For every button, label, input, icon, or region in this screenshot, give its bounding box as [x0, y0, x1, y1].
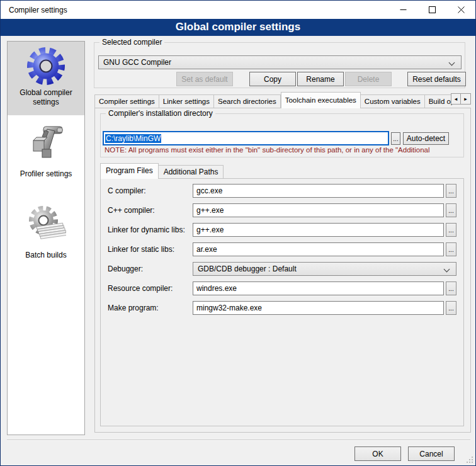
install-dir-input[interactable]: C:\raylib\MinGW	[103, 131, 389, 145]
sidebar-item-profiler-settings[interactable]: Profiler settings	[8, 115, 84, 179]
group-label: Selected compiler	[99, 38, 164, 47]
close-icon	[458, 6, 465, 13]
field-label: Debugger:	[108, 262, 143, 276]
minimize-icon	[400, 6, 407, 13]
form-row-cpp-compiler: C++ compiler: ...	[101, 203, 463, 217]
install-dir-browse-button[interactable]: ...	[391, 132, 400, 145]
tab-additional-paths[interactable]: Additional Paths	[159, 165, 224, 179]
reset-defaults-button[interactable]: Reset defaults	[407, 72, 466, 86]
tab-custom-variables[interactable]: Custom variables	[361, 94, 425, 108]
footer-separator	[7, 440, 470, 441]
linker-dynamic-browse-button[interactable]: ...	[446, 223, 456, 237]
resize-grip[interactable]	[466, 456, 473, 463]
form-row-debugger: Debugger: GDB/CDB debugger : Default	[101, 262, 463, 276]
form-row-c-compiler: C compiler: ...	[101, 184, 463, 198]
dialog-header: Global compiler settings	[1, 19, 475, 36]
tab-linker-settings[interactable]: Linker settings	[159, 94, 214, 108]
form-row-make-program: Make program: ...	[101, 301, 463, 315]
rename-button[interactable]: Rename	[297, 72, 344, 86]
cpp-compiler-input[interactable]	[193, 203, 444, 217]
group-label: Compiler's installation directory	[106, 109, 215, 118]
left-arrow-icon: ◂	[455, 96, 458, 102]
right-arrow-icon: ▸	[464, 96, 467, 102]
field-label: Linker for dynamic libs:	[108, 223, 185, 237]
linker-static-input[interactable]	[193, 242, 444, 256]
selected-compiler-group: Selected compiler GNU GCC Compiler Set a…	[94, 42, 465, 88]
field-label: C++ compiler:	[108, 203, 155, 217]
installation-directory-group: Compiler's installation directory C:\ray…	[100, 113, 464, 157]
c-compiler-input[interactable]	[193, 184, 444, 198]
form-row-linker-dynamic: Linker for dynamic libs: ...	[101, 223, 463, 237]
tab-build-options[interactable]: Build options	[425, 94, 455, 108]
tab-scroll-arrows: ◂ ▸	[451, 93, 471, 105]
selected-compiler-value: GNU GCC Compiler	[103, 58, 171, 67]
close-button[interactable]	[446, 1, 475, 19]
sidebar-item-label: Global compiler settings	[8, 88, 84, 107]
debugger-value: GDB/CDB debugger : Default	[198, 264, 297, 273]
sidebar-item-label: Profiler settings	[20, 169, 72, 179]
resource-compiler-browse-button[interactable]: ...	[446, 281, 456, 295]
maximize-button[interactable]	[417, 1, 446, 19]
delete-button[interactable]: Delete	[345, 72, 392, 86]
sidebar-item-batch-builds[interactable]: Batch builds	[8, 179, 84, 260]
field-label: Linker for static libs:	[108, 242, 174, 256]
copy-button[interactable]: Copy	[249, 72, 296, 86]
gear-blue-icon	[26, 46, 66, 86]
tab-toolchain-executables[interactable]: Toolchain executables	[281, 92, 361, 108]
settings-tabstrip: Compiler settings Linker settings Search…	[94, 92, 455, 108]
auto-detect-button[interactable]: Auto-detect	[403, 132, 449, 145]
field-label: C compiler:	[108, 184, 146, 198]
toolchain-executables-page: Compiler's installation directory C:\ray…	[94, 108, 471, 433]
window-controls	[388, 1, 475, 19]
field-label: Resource compiler:	[108, 281, 173, 295]
sidebar-item-global-compiler-settings[interactable]: Global compiler settings	[8, 42, 84, 115]
make-program-browse-button[interactable]: ...	[446, 301, 456, 315]
maximize-icon	[429, 6, 436, 13]
tab-scroll-left-button[interactable]: ◂	[451, 93, 461, 105]
window-title: Compiler settings	[9, 6, 67, 14]
tab-search-directories[interactable]: Search directories	[214, 94, 281, 108]
settings-category-list: Global compiler settings Pro	[7, 41, 85, 435]
linker-dynamic-input[interactable]	[193, 223, 444, 237]
ok-button[interactable]: OK	[354, 446, 401, 461]
program-files-page: C compiler: ... C++ compiler: ... Linker…	[100, 178, 464, 426]
profiler-caliper-icon	[26, 122, 66, 162]
selected-compiler-combobox[interactable]: GNU GCC Compiler	[98, 55, 462, 69]
debugger-combobox[interactable]: GDB/CDB debugger : Default	[193, 262, 456, 276]
compiler-settings-dialog: Compiler settings Global compiler settin…	[0, 0, 476, 466]
titlebar: Compiler settings	[1, 1, 475, 19]
tab-scroll-right-button[interactable]: ▸	[461, 93, 471, 105]
chevron-down-icon	[449, 60, 455, 66]
batch-builds-icon	[26, 204, 66, 244]
cpp-compiler-browse-button[interactable]: ...	[446, 203, 456, 217]
minimize-button[interactable]	[388, 1, 417, 19]
set-as-default-button[interactable]: Set as default	[176, 72, 233, 86]
sidebar-item-label: Batch builds	[25, 251, 66, 260]
tab-compiler-settings[interactable]: Compiler settings	[94, 94, 159, 108]
field-label: Make program:	[108, 301, 159, 315]
c-compiler-browse-button[interactable]: ...	[446, 184, 456, 198]
linker-static-browse-button[interactable]: ...	[446, 242, 456, 256]
resource-compiler-input[interactable]	[193, 281, 444, 295]
install-dir-value: C:\raylib\MinGW	[105, 134, 161, 143]
tab-program-files[interactable]: Program Files	[100, 163, 159, 179]
form-row-linker-static: Linker for static libs: ...	[101, 242, 463, 256]
note-text: NOTE: All programs must exist either in …	[105, 146, 461, 154]
chevron-down-icon	[444, 266, 450, 273]
form-row-resource-compiler: Resource compiler: ...	[101, 281, 463, 295]
program-files-tabstrip: Program Files Additional Paths	[100, 163, 224, 179]
cancel-button[interactable]: Cancel	[408, 446, 455, 461]
make-program-input[interactable]	[193, 301, 444, 315]
